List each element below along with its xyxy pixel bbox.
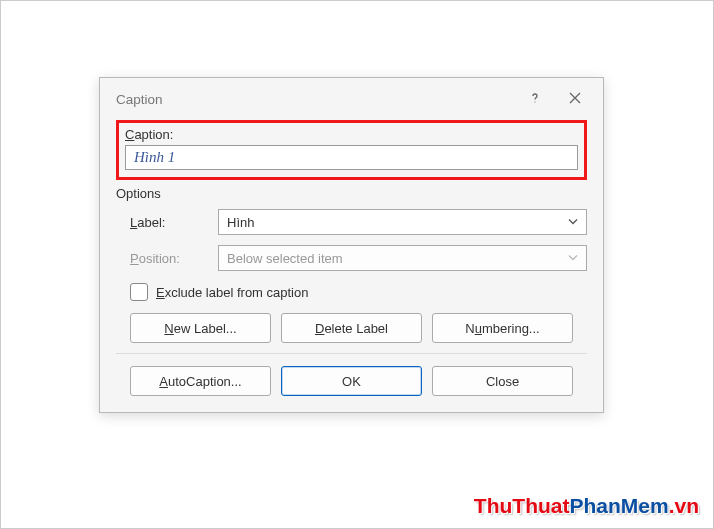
watermark: ThuThuatPhanMem.vn [474, 494, 699, 518]
help-icon [529, 92, 541, 107]
caption-input[interactable] [125, 145, 578, 170]
watermark-part3: .vn [669, 494, 699, 517]
exclude-checkbox-row[interactable]: Exclude label from caption [116, 283, 587, 301]
close-button[interactable]: Close [432, 366, 573, 396]
help-button[interactable] [515, 78, 555, 120]
close-icon [569, 92, 581, 107]
label-select[interactable]: Hình [218, 209, 587, 235]
ok-button[interactable]: OK [281, 366, 422, 396]
dialog-content: Caption: Options Label: Hình Position: B… [100, 120, 603, 412]
watermark-part2: PhanMem [569, 494, 668, 517]
caption-dialog: Caption Caption: Options Label: Hình Pos… [99, 77, 604, 413]
dialog-title: Caption [116, 92, 515, 107]
caption-highlight: Caption: [116, 120, 587, 180]
button-row-2: AutoCaption... OK Close [116, 366, 587, 396]
position-select: Below selected item [218, 245, 587, 271]
label-field-label: Label: [130, 215, 210, 230]
chevron-down-icon [568, 215, 578, 230]
titlebar: Caption [100, 78, 603, 120]
options-grid: Label: Hình Position: Below selected ite… [116, 209, 587, 271]
position-field-label: Position: [130, 251, 210, 266]
options-section-label: Options [116, 186, 587, 201]
chevron-down-icon [568, 251, 578, 266]
exclude-checkbox-label: Exclude label from caption [156, 285, 308, 300]
position-select-value: Below selected item [227, 251, 343, 266]
autocaption-button[interactable]: AutoCaption... [130, 366, 271, 396]
delete-label-button[interactable]: Delete Label [281, 313, 422, 343]
label-select-value: Hình [227, 215, 254, 230]
svg-point-0 [534, 101, 535, 102]
watermark-part1: ThuThuat [474, 494, 570, 517]
new-label-button[interactable]: New Label... [130, 313, 271, 343]
button-row-1: New Label... Delete Label Numbering... [116, 313, 587, 343]
divider [116, 353, 587, 354]
exclude-checkbox[interactable] [130, 283, 148, 301]
numbering-button[interactable]: Numbering... [432, 313, 573, 343]
close-window-button[interactable] [555, 78, 595, 120]
caption-label: Caption: [125, 127, 578, 142]
